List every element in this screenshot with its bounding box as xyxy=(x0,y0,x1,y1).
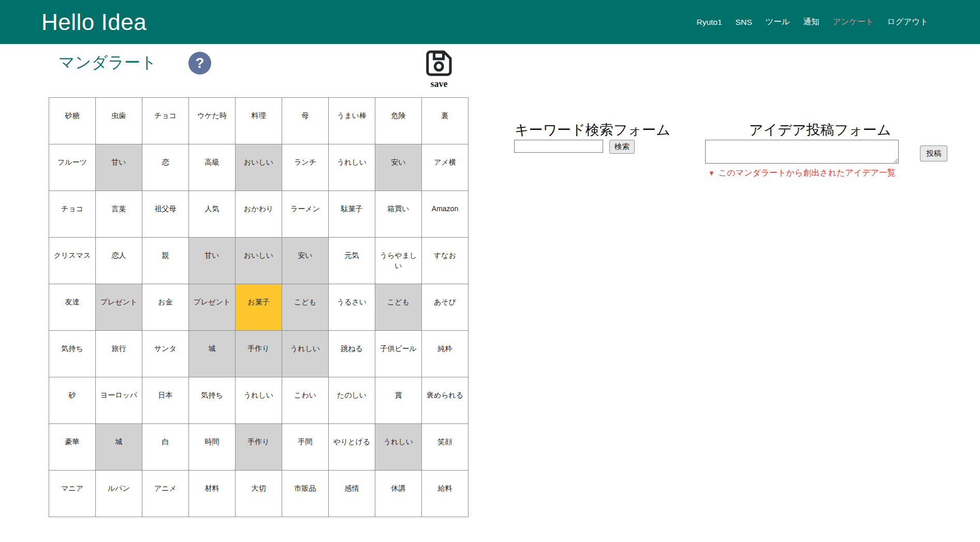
grid-cell[interactable]: チョコ xyxy=(49,191,96,238)
grid-cell[interactable]: 城 xyxy=(96,424,142,471)
post-button[interactable]: 投稿 xyxy=(920,145,947,162)
grid-cell[interactable]: ラーメン xyxy=(282,191,329,238)
grid-cell[interactable]: たのしい xyxy=(329,377,375,424)
grid-row: 気持ち旅行サンタ城手作りうれしい跳ねる子供ビール純粋 xyxy=(49,331,469,377)
grid-cell[interactable]: 安い xyxy=(282,238,329,284)
grid-cell[interactable]: 城 xyxy=(189,331,236,377)
nav-item-survey[interactable]: アンケート xyxy=(833,17,874,27)
grid-cell[interactable]: 材料 xyxy=(189,471,236,517)
grid-row: チョコ言葉祖父母人気おかわりラーメン駄菓子箱買いAmazon xyxy=(49,191,469,238)
keyword-search-input[interactable] xyxy=(514,140,603,153)
grid-cell[interactable]: おいしい xyxy=(236,144,282,191)
grid-cell[interactable]: おかわり xyxy=(236,191,282,238)
grid-cell[interactable]: 甘い xyxy=(96,144,142,191)
grid-cell[interactable]: 祖父母 xyxy=(142,191,189,238)
grid-cell[interactable]: うれしい xyxy=(375,424,422,471)
grid-cell[interactable]: 言葉 xyxy=(96,191,142,238)
grid-cell[interactable]: うれしい xyxy=(282,331,329,377)
grid-cell[interactable]: 虫歯 xyxy=(96,98,142,144)
grid-cell[interactable]: 跳ねる xyxy=(329,331,375,377)
grid-cell[interactable]: 料理 xyxy=(236,98,282,144)
grid-cell[interactable]: 大切 xyxy=(236,471,282,517)
grid-cell[interactable]: お菓子 xyxy=(236,284,282,331)
nav-item-user[interactable]: Ryuto1 xyxy=(696,18,722,27)
grid-cell[interactable]: 賞 xyxy=(375,377,422,424)
grid-cell[interactable]: ヨーロッパ xyxy=(96,377,142,424)
grid-cell[interactable]: 手間 xyxy=(282,424,329,471)
grid-cell[interactable]: ランチ xyxy=(282,144,329,191)
help-question-icon[interactable]: ? xyxy=(188,52,211,75)
grid-cell[interactable]: アメ横 xyxy=(422,144,469,191)
idea-textarea[interactable] xyxy=(705,140,899,164)
grid-cell[interactable]: 元気 xyxy=(329,238,375,284)
grid-cell[interactable]: 給料 xyxy=(422,471,469,517)
triangle-down-icon: ▼ xyxy=(708,169,715,177)
grid-cell[interactable]: うるさい xyxy=(329,284,375,331)
grid-cell[interactable]: こども xyxy=(375,284,422,331)
grid-cell[interactable]: 箱買い xyxy=(375,191,422,238)
grid-cell[interactable]: すなお xyxy=(422,238,469,284)
grid-cell[interactable]: 市販品 xyxy=(282,471,329,517)
grid-cell[interactable]: ウケた時 xyxy=(189,98,236,144)
grid-cell[interactable]: 恋人 xyxy=(96,238,142,284)
grid-cell[interactable]: 純粋 xyxy=(422,331,469,377)
grid-cell[interactable]: 笑顔 xyxy=(422,424,469,471)
app-brand[interactable]: Hello Idea xyxy=(41,9,147,35)
grid-cell[interactable]: クリスマス xyxy=(49,238,96,284)
grid-cell[interactable]: 白 xyxy=(142,424,189,471)
grid-cell[interactable]: 感情 xyxy=(329,471,375,517)
nav-item-notifications[interactable]: 通知 xyxy=(803,17,820,27)
search-button[interactable]: 検索 xyxy=(609,140,635,154)
grid-cell[interactable]: 高級 xyxy=(189,144,236,191)
grid-cell[interactable]: 砂 xyxy=(49,377,96,424)
grid-cell[interactable]: 砂糖 xyxy=(49,98,96,144)
grid-cell[interactable]: 気持ち xyxy=(189,377,236,424)
save-button[interactable]: save xyxy=(417,48,461,90)
grid-cell[interactable]: こども xyxy=(282,284,329,331)
grid-cell[interactable]: 手作り xyxy=(236,424,282,471)
nav-item-sns[interactable]: SNS xyxy=(736,18,752,27)
grid-cell[interactable]: 安い xyxy=(375,144,422,191)
grid-cell[interactable]: うれしい xyxy=(329,144,375,191)
nav-item-logout[interactable]: ログアウト xyxy=(887,17,928,27)
grid-cell[interactable]: プレゼント xyxy=(96,284,142,331)
grid-cell[interactable]: 旅行 xyxy=(96,331,142,377)
grid-cell[interactable]: 褒められる xyxy=(422,377,469,424)
idea-list-toggle-link[interactable]: ▼このマンダラートから創出されたアイデア一覧 xyxy=(700,168,904,179)
grid-cell[interactable]: うまい棒 xyxy=(329,98,375,144)
grid-cell[interactable]: うれしい xyxy=(236,377,282,424)
grid-cell[interactable]: チョコ xyxy=(142,98,189,144)
grid-row: 友達プレゼントお金プレゼントお菓子こどもうるさいこどもあそび xyxy=(49,284,469,331)
app-header: Hello Idea Ryuto1 SNS ツール 通知 アンケート ログアウト xyxy=(0,0,980,44)
grid-cell[interactable]: 甘い xyxy=(189,238,236,284)
grid-cell[interactable]: 人気 xyxy=(189,191,236,238)
grid-cell[interactable]: 裏 xyxy=(422,98,469,144)
grid-cell[interactable]: やりとげる xyxy=(329,424,375,471)
grid-cell[interactable]: 友達 xyxy=(49,284,96,331)
grid-cell[interactable]: 親 xyxy=(142,238,189,284)
grid-cell[interactable]: こわい xyxy=(282,377,329,424)
grid-cell[interactable]: 母 xyxy=(282,98,329,144)
grid-cell[interactable]: プレゼント xyxy=(189,284,236,331)
grid-cell[interactable]: 休講 xyxy=(375,471,422,517)
grid-cell[interactable]: おいしい xyxy=(236,238,282,284)
grid-cell[interactable]: 日本 xyxy=(142,377,189,424)
grid-cell[interactable]: サンタ xyxy=(142,331,189,377)
grid-cell[interactable]: アニメ xyxy=(142,471,189,517)
grid-cell[interactable]: お金 xyxy=(142,284,189,331)
grid-cell[interactable]: 時間 xyxy=(189,424,236,471)
grid-cell[interactable]: Amazon xyxy=(422,191,469,238)
grid-cell[interactable]: 危険 xyxy=(375,98,422,144)
nav-item-tools[interactable]: ツール xyxy=(765,17,789,27)
grid-cell[interactable]: 駄菓子 xyxy=(329,191,375,238)
grid-cell[interactable]: 子供ビール xyxy=(375,331,422,377)
grid-cell[interactable]: 気持ち xyxy=(49,331,96,377)
grid-cell[interactable]: うらやましい xyxy=(375,238,422,284)
grid-cell[interactable]: 豪華 xyxy=(49,424,96,471)
grid-cell[interactable]: ルパン xyxy=(96,471,142,517)
grid-cell[interactable]: あそび xyxy=(422,284,469,331)
grid-cell[interactable]: 恋 xyxy=(142,144,189,191)
grid-cell[interactable]: マニア xyxy=(49,471,96,517)
grid-cell[interactable]: 手作り xyxy=(236,331,282,377)
grid-cell[interactable]: フルーツ xyxy=(49,144,96,191)
